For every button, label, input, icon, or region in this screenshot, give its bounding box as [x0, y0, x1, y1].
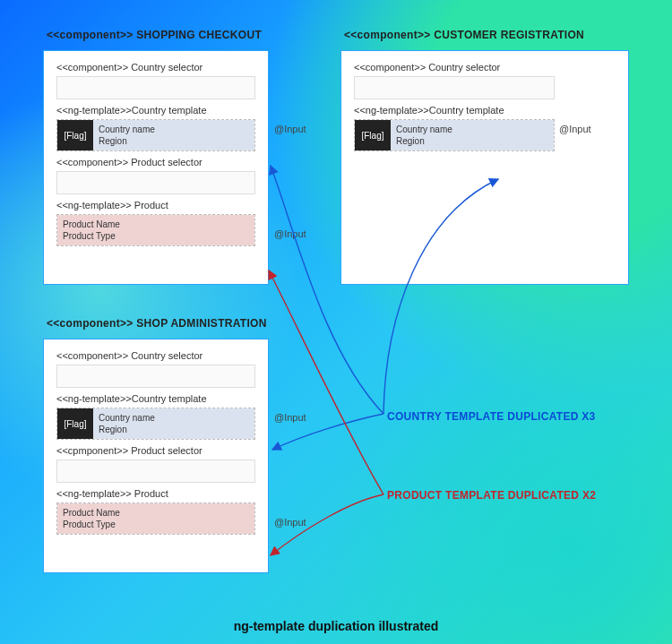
flag-icon: [Flag] — [355, 120, 391, 150]
panel-shop-administration: <<component>> Country selector <<ng-temp… — [43, 339, 269, 573]
p1-country-template-label: <<ng-template>>Country template — [56, 105, 255, 116]
diagram-canvas: <<component>> SHOPPING CHECKOUT <<compon… — [0, 0, 672, 644]
p3-region: Region — [99, 424, 249, 435]
p3-product-template-label: <<ng-template>> Product — [56, 488, 255, 499]
diagram-caption: ng-template duplication illustrated — [0, 619, 672, 633]
p1-product-template-body: Product Name Product Type — [57, 215, 254, 245]
p3-product-name: Product Name — [63, 507, 249, 519]
p1-product-name: Product Name — [63, 219, 249, 230]
p2-region: Region — [396, 135, 548, 147]
p3-country-template-label: <<ng-template>>Country template — [56, 393, 255, 404]
panel1-title: <<component>> SHOPPING CHECKOUT — [47, 29, 262, 41]
p3-country-input-tag: @Input — [274, 412, 306, 423]
p1-product-template-box: Product Name Product Type — [56, 214, 255, 246]
p1-region: Region — [99, 135, 249, 147]
p3-product-input-tag: @Input — [274, 517, 306, 528]
flag-icon: [Flag] — [57, 120, 93, 150]
panel2-title: <<component>> CUSTOMER REGISTRATION — [344, 29, 584, 41]
p1-product-selector-label: <<component>> Product selector — [56, 157, 255, 167]
p3-product-template-body: Product Name Product Type — [57, 503, 254, 534]
p3-country-selector-label: <<component>> Country selector — [56, 350, 255, 361]
p3-product-selector-box — [56, 459, 255, 483]
p2-country-name: Country name — [396, 124, 548, 135]
p1-country-input-tag: @Input — [274, 124, 306, 134]
p1-country-template-body: Country name Region — [93, 120, 254, 150]
p1-product-input-tag: @Input — [274, 228, 306, 239]
p1-product-type: Product Type — [63, 230, 249, 242]
p1-product-selector-box — [56, 171, 255, 194]
p2-country-template-label: <<ng-template>>Country template — [354, 105, 555, 116]
p1-country-template-box: [Flag] Country name Region — [56, 119, 255, 151]
p1-product-template-label: <<ng-template>> Product — [56, 200, 255, 210]
p2-country-template-body: Country name Region — [391, 120, 554, 150]
note-product-duplicated: PRODUCT TEMPLATE DUPLICATED X2 — [387, 489, 596, 502]
p3-product-selector-label: <<cpmponent>> Product selector — [56, 445, 255, 456]
p1-country-selector-label: <<component>> Country selector — [56, 62, 255, 73]
panel-shopping-checkout: <<component>> Country selector <<ng-temp… — [43, 50, 269, 285]
p3-country-selector-box — [56, 365, 255, 388]
p3-country-name: Country name — [99, 412, 249, 424]
p1-country-selector-box — [56, 76, 255, 99]
note-country-duplicated: COUNTRY TEMPLATE DUPLICATED X3 — [387, 410, 596, 423]
panel-customer-registration: <<component>> Country selector <<ng-temp… — [340, 50, 629, 285]
p2-country-template-box: [Flag] Country name Region — [354, 119, 555, 151]
panel3-title: <<component>> SHOP ADMINISTRATION — [47, 317, 267, 330]
p2-country-input-tag: @Input — [559, 124, 591, 134]
flag-icon: [Flag] — [57, 408, 93, 439]
p3-product-template-box: Product Name Product Type — [56, 502, 255, 535]
p3-country-template-body: Country name Region — [93, 408, 254, 439]
p1-country-name: Country name — [99, 124, 249, 135]
p2-country-selector-label: <<component>> Country selector — [354, 62, 555, 73]
p3-product-type: Product Type — [63, 519, 249, 530]
p2-country-selector-box — [354, 76, 555, 99]
p3-country-template-box: [Flag] Country name Region — [56, 408, 255, 440]
